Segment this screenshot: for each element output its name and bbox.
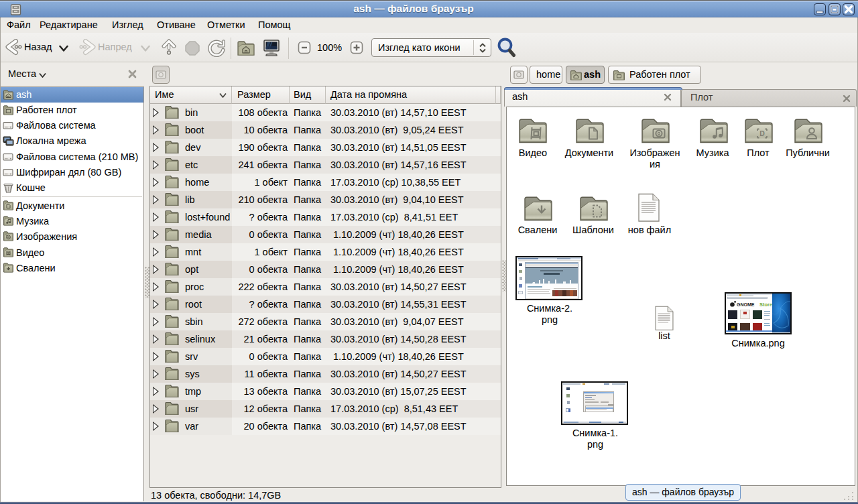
svg-text:GNOME: GNOME <box>737 302 755 307</box>
svg-text:D: D <box>759 129 765 137</box>
